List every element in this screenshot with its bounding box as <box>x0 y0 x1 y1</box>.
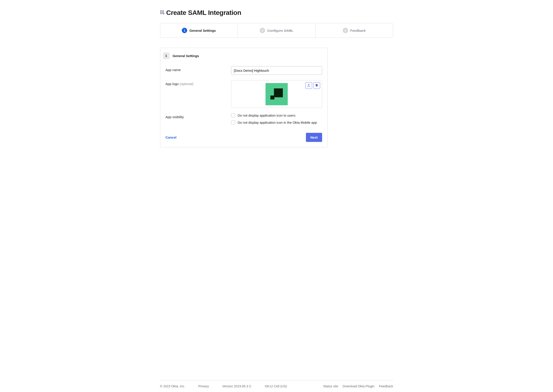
app-name-input[interactable] <box>231 66 322 75</box>
footer-version: Version 2023.05.3 C <box>222 385 251 388</box>
next-button[interactable]: Next <box>306 133 322 142</box>
cancel-button[interactable]: Cancel <box>166 135 176 139</box>
footer: © 2023 Okta, Inc. Privacy Version 2023.0… <box>160 380 393 392</box>
trash-icon <box>315 84 318 88</box>
svg-rect-0 <box>160 10 161 11</box>
logo-preview-box <box>231 80 322 108</box>
svg-rect-4 <box>162 12 163 13</box>
page-header: Create SAML Integration <box>160 9 393 16</box>
form-row-app-visibility: App visibility Do not display applicatio… <box>160 111 327 130</box>
checkbox-label: Do not display application icon to users <box>238 113 296 117</box>
footer-feedback-link[interactable]: Feedback <box>379 385 393 388</box>
svg-rect-3 <box>160 12 161 13</box>
upload-logo-button[interactable] <box>305 82 312 89</box>
step-number: 2 <box>260 28 265 33</box>
svg-rect-2 <box>163 10 164 11</box>
form-actions: Cancel Next <box>160 130 327 143</box>
checkbox-hide-users[interactable] <box>231 113 235 117</box>
form-card: 1 General Settings App name App logo (op… <box>160 48 328 147</box>
step-label: Feedback <box>350 29 366 32</box>
upload-icon <box>307 84 310 88</box>
svg-rect-1 <box>162 10 163 11</box>
step-label: General Settings <box>189 29 216 32</box>
svg-rect-7 <box>162 13 163 14</box>
section-number: 1 <box>163 52 170 59</box>
section-header: 1 General Settings <box>160 52 327 63</box>
app-name-label: App name <box>166 66 227 75</box>
visibility-option-mobile: Do not display application icon in the O… <box>231 120 322 124</box>
visibility-option-users: Do not display application icon to users <box>231 113 322 117</box>
app-logo-label-text: App logo <box>166 82 180 86</box>
checkbox-hide-mobile[interactable] <box>231 120 235 124</box>
footer-status-link[interactable]: Status site <box>323 385 338 388</box>
app-grid-plus-icon <box>160 10 165 15</box>
footer-copyright: © 2023 Okta, Inc. <box>160 385 185 388</box>
section-title: General Settings <box>173 54 199 58</box>
delete-logo-button[interactable] <box>313 82 320 89</box>
app-visibility-label: App visibility <box>166 113 227 127</box>
footer-privacy-link[interactable]: Privacy <box>199 385 209 388</box>
app-logo-optional: (optional) <box>180 82 194 86</box>
step-number: 3 <box>343 28 348 33</box>
checkbox-label: Do not display application icon in the O… <box>238 121 317 124</box>
step-label: Configure SAML <box>267 29 293 32</box>
logo-image <box>265 83 288 105</box>
wizard-steps: 1 General Settings 2 Configure SAML 3 Fe… <box>160 23 393 38</box>
page-title: Create SAML Integration <box>166 9 241 16</box>
footer-cell: OK12 Cell (US) <box>265 385 287 388</box>
wizard-step-general-settings[interactable]: 1 General Settings <box>160 23 238 37</box>
svg-rect-5 <box>163 12 164 13</box>
wizard-step-feedback[interactable]: 3 Feedback <box>315 23 393 37</box>
footer-download-link[interactable]: Download Okta Plugin <box>343 385 374 388</box>
form-row-app-logo: App logo (optional) <box>160 77 327 111</box>
svg-rect-6 <box>160 13 161 14</box>
step-number: 1 <box>182 28 187 33</box>
wizard-step-configure-saml[interactable]: 2 Configure SAML <box>238 23 315 37</box>
form-row-app-name: App name <box>160 63 327 77</box>
app-logo-label: App logo (optional) <box>166 80 227 108</box>
logo-actions <box>305 82 320 89</box>
